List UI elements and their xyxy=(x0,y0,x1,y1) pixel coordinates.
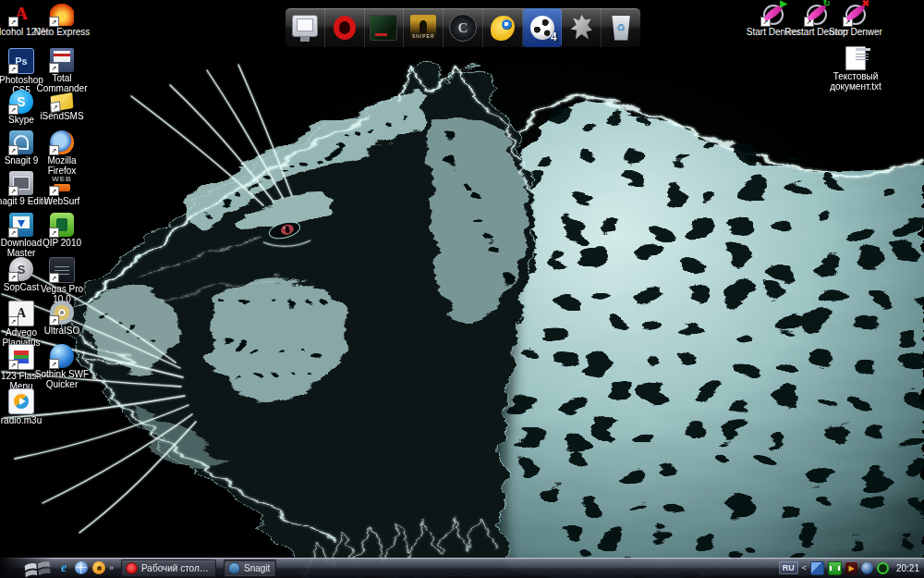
tray-collapse-chevron[interactable]: < xyxy=(802,563,807,572)
desktop-icon-nero[interactable]: Nero Express xyxy=(41,2,83,37)
computer-monitor-icon xyxy=(292,15,318,37)
shortcut-arrow-icon xyxy=(49,359,59,369)
desktop-icon-text-file[interactable]: Текстовый документ.txt xyxy=(828,46,883,92)
icon-label: iSendSMS xyxy=(32,111,91,121)
icon-label: Stop Denwer xyxy=(821,27,891,37)
sopcast-icon: S xyxy=(9,257,33,281)
shortcut-arrow-icon xyxy=(8,316,18,326)
shortcut-arrow-icon xyxy=(8,272,18,282)
sothink-orb-icon xyxy=(50,344,74,368)
icon-label: WebSurf xyxy=(32,196,91,206)
desktop-icon-total-commander[interactable]: Total Commander xyxy=(41,48,83,93)
notepad-file-icon xyxy=(845,46,866,70)
task-button-opera-window[interactable]: Рабочий стол! - Фор... xyxy=(121,560,216,577)
tray-antivirus-icon[interactable] xyxy=(877,562,889,574)
desktop-icon-websurf[interactable]: WEB WebSurf xyxy=(41,171,83,206)
photoshop-icon: Ps xyxy=(8,48,34,74)
dock-item-camfrog[interactable] xyxy=(483,8,523,47)
soccer-ball-icon: 4 xyxy=(530,16,554,40)
total-commander-icon xyxy=(50,48,74,72)
advego-icon: A xyxy=(8,301,34,326)
icon-label: UltraISO xyxy=(32,326,91,336)
icon-label: radio.m3u xyxy=(0,415,51,425)
desktop-icon-isendsms[interactable]: iSendSMS xyxy=(41,90,83,121)
envelope-icon xyxy=(51,92,74,112)
shortcut-arrow-icon xyxy=(49,228,59,238)
icon-label: QIP 2010 xyxy=(32,238,91,248)
shortcut-arrow-icon xyxy=(49,145,59,155)
internet-explorer-icon[interactable]: e xyxy=(57,561,70,574)
cd-disc-icon xyxy=(50,301,74,325)
quick-launch-overflow[interactable]: » xyxy=(109,563,114,572)
dock-item-game-figure[interactable] xyxy=(562,8,602,47)
denwer-feather-icon: ▶ xyxy=(761,2,785,26)
shortcut-arrow-icon xyxy=(49,63,59,73)
shortcut-arrow-icon xyxy=(8,360,18,370)
stop-badge-icon: ✖ xyxy=(862,0,869,8)
dock-item-game-emblem[interactable] xyxy=(444,8,483,47)
snagit-editor-icon xyxy=(9,171,33,195)
language-indicator[interactable]: RU xyxy=(779,561,798,574)
tray-network-icon[interactable] xyxy=(810,561,824,575)
dock-item-pes-game[interactable] xyxy=(365,8,405,47)
opera-icon xyxy=(334,16,356,40)
shortcut-arrow-icon xyxy=(8,17,18,27)
shortcut-arrow-icon xyxy=(843,17,853,27)
game-figure-icon xyxy=(569,15,593,41)
dock-item-opera[interactable] xyxy=(325,8,365,47)
camfrog-eye-icon xyxy=(491,16,515,41)
qip-icon xyxy=(50,213,74,237)
shortcut-arrow-icon xyxy=(8,186,18,196)
wallpaper-fractal-leopard xyxy=(0,0,924,578)
icon-label: Sothink SWF Quicker xyxy=(32,369,91,389)
playlist-file-icon xyxy=(8,388,34,414)
dock-item-recycle-bin[interactable] xyxy=(602,8,640,47)
shortcut-arrow-icon xyxy=(8,228,18,238)
start-button[interactable] xyxy=(0,558,52,578)
shortcut-arrow-icon xyxy=(760,17,771,27)
windows-flag-icon xyxy=(23,560,52,578)
dock: SNIPER 4 xyxy=(285,7,641,48)
desktop-icon-qip[interactable]: QIP 2010 xyxy=(41,213,83,248)
desktop-icon-sothink[interactable]: Sothink SWF Quicker xyxy=(41,344,83,389)
start-badge-icon: ▶ xyxy=(780,0,787,8)
alcohol-icon: A xyxy=(9,2,33,26)
task-button-snagit-window[interactable]: Snagit xyxy=(224,560,276,577)
desktop-icon-radio-m3u[interactable]: radio.m3u xyxy=(0,388,43,425)
shortcut-arrow-icon xyxy=(8,145,18,155)
tray-download-master-icon[interactable] xyxy=(828,561,842,575)
window-title: Рабочий стол! - Фор... xyxy=(141,563,210,573)
desktop-icon-download-master[interactable]: Download Master xyxy=(0,213,43,258)
dock-item-sniper-game[interactable]: SNIPER xyxy=(404,8,444,47)
taskbar-clock[interactable]: 20:21 xyxy=(896,563,919,573)
desktop-icon-stop-denwer[interactable]: ✖ Stop Denwer xyxy=(829,2,882,37)
dock-item-football-game[interactable]: 4 xyxy=(523,8,563,47)
shortcut-arrow-icon xyxy=(49,186,59,196)
orange-app-icon[interactable] xyxy=(92,561,105,574)
globe-icon[interactable] xyxy=(75,561,88,574)
desktop-icon-advego[interactable]: A Advego Plagiatus xyxy=(0,301,43,348)
dock-item-my-computer[interactable] xyxy=(286,8,325,47)
sniper-game-icon: SNIPER xyxy=(410,15,436,41)
pes-game-icon xyxy=(370,15,397,41)
vegas-icon xyxy=(49,257,75,283)
firefox-icon xyxy=(50,130,74,154)
quick-launch: e xyxy=(57,561,105,574)
nero-flame-icon xyxy=(50,2,74,26)
snagit-window-icon xyxy=(228,562,240,574)
shortcut-arrow-icon xyxy=(8,105,18,115)
shortcut-arrow-icon xyxy=(50,101,61,113)
window-title: Snagit xyxy=(244,563,270,573)
desktop-icon-firefox[interactable]: Mozilla Firefox xyxy=(41,130,83,176)
sniper-caption: SNIPER xyxy=(412,33,435,41)
desktop-icon-ultraiso[interactable]: UltraISO xyxy=(41,301,83,336)
shortcut-arrow-icon xyxy=(49,315,59,326)
tray-media-player-icon[interactable] xyxy=(845,562,857,574)
denwer-feather-icon: ↻ xyxy=(805,2,829,26)
shortcut-arrow-icon xyxy=(8,64,18,74)
tray-messenger-icon[interactable] xyxy=(861,562,873,574)
denwer-feather-icon: ✖ xyxy=(844,2,868,26)
game-emblem-icon xyxy=(449,14,477,42)
football-badge: 4 xyxy=(551,31,557,43)
desktop-icon-vegas[interactable]: Vegas Pro 10.0 xyxy=(41,257,83,304)
